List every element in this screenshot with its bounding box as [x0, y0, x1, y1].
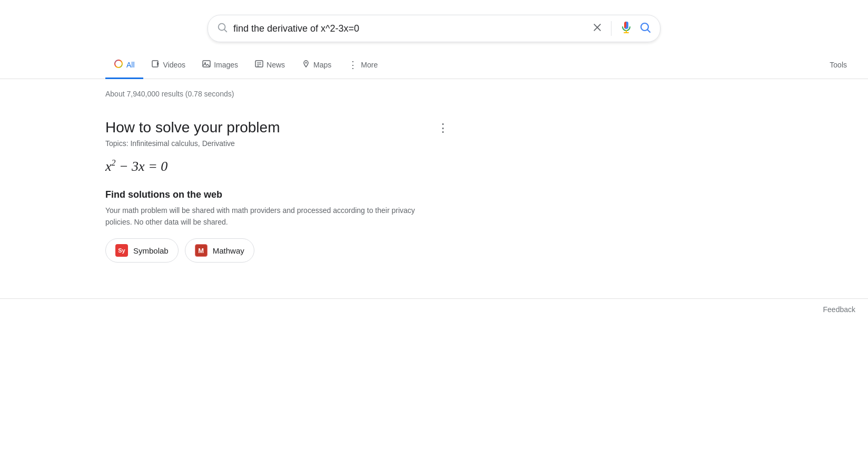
- nav-tools: Tools: [821, 53, 868, 78]
- symbolab-logo: Sy: [115, 244, 128, 257]
- tab-images[interactable]: Images: [194, 52, 246, 79]
- mathway-label: Mathway: [213, 246, 244, 255]
- feedback-link[interactable]: Feedback: [823, 305, 855, 314]
- card-menu-button[interactable]: ⋮: [433, 119, 453, 137]
- svg-point-17: [305, 62, 307, 64]
- more-tab-icon: ⋮: [348, 60, 358, 70]
- nav-tabs: All Videos Images: [0, 52, 868, 79]
- math-equation: x2 − 3x = 0: [105, 158, 440, 175]
- tab-tools[interactable]: Tools: [821, 53, 855, 78]
- tab-videos[interactable]: Videos: [143, 52, 194, 79]
- solver-buttons: Sy Symbolab M Mathway: [105, 238, 440, 263]
- tab-all[interactable]: All: [105, 52, 143, 79]
- search-input[interactable]: find the derivative of x^2-3x=0: [233, 23, 592, 34]
- card-title: How to solve your problem: [105, 119, 440, 136]
- tab-news-label: News: [267, 61, 285, 69]
- tab-tools-label: Tools: [830, 61, 847, 69]
- results-stats: About 7,940,000 results (0.78 seconds): [105, 85, 453, 106]
- google-search-icon: [216, 22, 228, 35]
- search-bar-container: find the derivative of x^2-3x=0: [0, 0, 868, 52]
- search-divider: [611, 21, 611, 36]
- solutions-description: Your math problem will be shared with ma…: [105, 205, 440, 228]
- search-submit-icon[interactable]: [639, 21, 652, 36]
- maps-tab-icon: [302, 60, 310, 70]
- symbolab-label: Symbolab: [133, 246, 169, 255]
- videos-tab-icon: [152, 60, 160, 70]
- tab-all-label: All: [126, 61, 135, 69]
- tab-more[interactable]: ⋮ More: [340, 53, 386, 79]
- tab-videos-label: Videos: [163, 61, 186, 69]
- solutions-header: Find solutions on the web: [105, 189, 440, 200]
- svg-point-8: [115, 60, 122, 67]
- mathway-logo: M: [195, 244, 208, 257]
- card-topics: Topics: Infinitesimal calculus, Derivati…: [105, 139, 440, 148]
- all-tab-icon: [114, 59, 123, 70]
- tab-maps-label: Maps: [313, 61, 331, 69]
- tab-more-label: More: [361, 61, 378, 69]
- search-bar: find the derivative of x^2-3x=0: [208, 15, 660, 42]
- mathway-button[interactable]: M Mathway: [185, 238, 254, 263]
- tab-maps[interactable]: Maps: [293, 52, 340, 79]
- symbolab-button[interactable]: Sy Symbolab: [105, 238, 179, 263]
- search-icons: [592, 21, 652, 36]
- svg-line-1: [224, 30, 226, 32]
- clear-icon[interactable]: [592, 22, 603, 35]
- results-container: About 7,940,000 results (0.78 seconds) ⋮…: [0, 85, 453, 277]
- images-tab-icon: [202, 60, 211, 70]
- tab-news[interactable]: News: [246, 52, 293, 79]
- news-tab-icon: [255, 60, 263, 70]
- microphone-icon[interactable]: [620, 21, 633, 36]
- page-footer: Feedback: [0, 298, 868, 320]
- svg-line-7: [648, 30, 650, 33]
- svg-point-12: [204, 62, 206, 64]
- tab-images-label: Images: [214, 61, 238, 69]
- calc-card: ⋮ How to solve your problem Topics: Infi…: [105, 106, 453, 277]
